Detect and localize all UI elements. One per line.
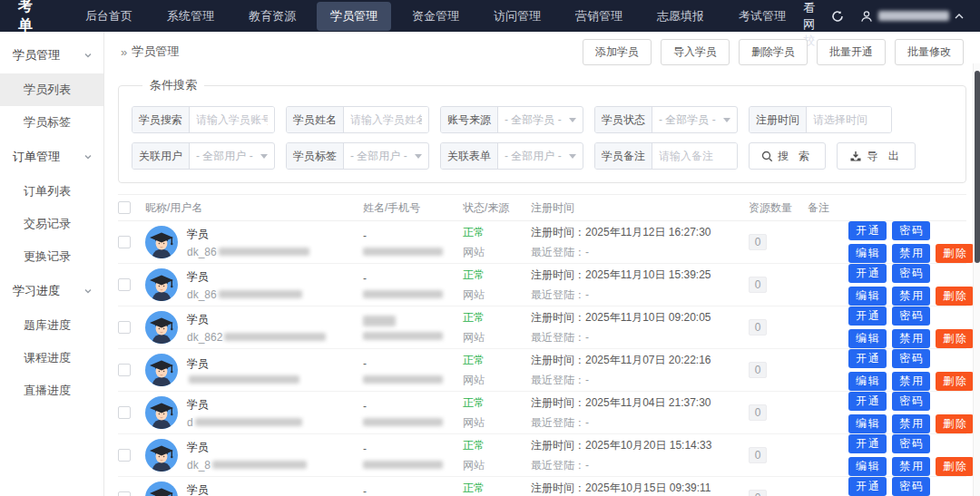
row-checkbox[interactable] — [118, 406, 131, 419]
register-time-input[interactable] — [807, 107, 891, 132]
last-login: 最近登陆：- — [531, 245, 749, 260]
row-checkbox[interactable] — [118, 364, 131, 376]
edit-button[interactable]: 编辑 — [848, 372, 887, 391]
delete-button[interactable]: 删除 — [936, 329, 974, 348]
add-student-button[interactable]: 添加学员 — [583, 39, 652, 65]
delete-button[interactable]: 删除 — [936, 244, 974, 263]
caret-down-icon — [569, 118, 576, 122]
row-checkbox[interactable] — [118, 321, 131, 334]
nav-item-access[interactable]: 访问管理 — [480, 2, 554, 31]
sidebar-item-quiz-progress[interactable]: 题库进度 — [0, 309, 103, 342]
sidebar-group-progress[interactable]: 学习进度 — [0, 273, 103, 309]
caret-down-icon — [415, 154, 422, 159]
sidebar-group-orders[interactable]: 订单管理 — [0, 139, 103, 175]
disable-button[interactable]: 禁用 — [892, 329, 930, 348]
nav-item-resources[interactable]: 教育资源 — [235, 2, 309, 31]
activate-button[interactable]: 开通 — [848, 434, 887, 453]
user-menu[interactable] — [860, 10, 964, 23]
refresh-icon[interactable] — [831, 10, 844, 23]
sidebar-item-live-progress[interactable]: 直播进度 — [0, 374, 103, 407]
sidebar-item-course-progress[interactable]: 课程进度 — [0, 342, 103, 374]
resource-count-badge: 0 — [749, 319, 767, 336]
sidebar-item-student-tags[interactable]: 学员标签 — [0, 106, 103, 139]
student-name-input[interactable] — [344, 107, 428, 132]
edit-button[interactable]: 编辑 — [848, 287, 887, 306]
row-checkbox[interactable] — [118, 491, 131, 496]
delete-students-button[interactable]: 删除学员 — [739, 39, 808, 65]
student-avatar — [145, 268, 178, 301]
activate-button[interactable]: 开通 — [848, 221, 887, 240]
related-form-select[interactable]: - 全部用户 - — [498, 143, 583, 169]
nav-item-funds[interactable]: 资金管理 — [398, 2, 473, 31]
disable-button[interactable]: 禁用 — [892, 414, 930, 433]
nav-item-application[interactable]: 志愿填报 — [643, 2, 718, 31]
vertical-scrollbar[interactable] — [973, 63, 980, 496]
sidebar-group-students[interactable]: 学员管理 — [0, 37, 103, 73]
edit-button[interactable]: 编辑 — [848, 457, 887, 476]
student-search-input[interactable] — [190, 107, 274, 132]
activate-button[interactable]: 开通 — [848, 392, 887, 411]
delete-button[interactable]: 删除 — [936, 457, 974, 476]
disable-button[interactable]: 禁用 — [892, 372, 930, 391]
import-students-button[interactable]: 导入学员 — [661, 39, 730, 65]
batch-activate-button[interactable]: 批量开通 — [817, 39, 886, 65]
password-button[interactable]: 密码 — [892, 221, 930, 240]
redacted-phone — [363, 332, 443, 340]
username-redacted — [878, 11, 949, 21]
activate-button[interactable]: 开通 — [848, 264, 887, 283]
caret-down-icon — [260, 154, 268, 159]
row-checkbox[interactable] — [118, 236, 131, 248]
sidebar: 学员管理 学员列表 学员标签 订单管理 订单列表 交易记录 更换记录 学习进度 … — [0, 32, 104, 496]
activate-button[interactable]: 开通 — [848, 477, 887, 496]
student-status-select[interactable]: - 全部学员 - — [652, 107, 737, 132]
sidebar-item-transactions[interactable]: 交易记录 — [0, 208, 103, 240]
search-panel-title: 条件搜索 — [142, 77, 204, 93]
account-source-select[interactable]: - 全部学员 - — [498, 107, 583, 132]
row-checkbox[interactable] — [118, 449, 131, 462]
resource-count-badge: 0 — [749, 234, 767, 250]
select-all-checkbox[interactable] — [118, 201, 131, 214]
export-button[interactable]: 导 出 — [837, 142, 915, 170]
delete-button[interactable]: 删除 — [936, 287, 974, 306]
password-button[interactable]: 密码 — [892, 477, 930, 496]
student-nickname: 学员 — [187, 312, 326, 327]
search-button[interactable]: 搜 索 — [749, 142, 826, 170]
password-button[interactable]: 密码 — [892, 434, 930, 453]
related-user-select[interactable]: - 全部用户 - — [190, 143, 274, 169]
breadcrumb: » 学员管理 — [121, 44, 179, 60]
edit-button[interactable]: 编辑 — [848, 414, 887, 433]
edit-button[interactable]: 编辑 — [848, 244, 887, 263]
nav-item-system[interactable]: 系统管理 — [153, 2, 228, 31]
register-time: 注册时间：2025年11月04日 21:37:30 — [531, 395, 749, 411]
student-avatar — [145, 439, 178, 472]
sidebar-item-student-list[interactable]: 学员列表 — [0, 73, 103, 106]
nav-item-exam[interactable]: 考试管理 — [725, 2, 799, 31]
password-button[interactable]: 密码 — [892, 349, 930, 368]
delete-button[interactable]: 删除 — [936, 414, 974, 433]
batch-modify-button[interactable]: 批量修改 — [895, 39, 964, 65]
delete-button[interactable]: 删除 — [936, 372, 974, 391]
password-button[interactable]: 密码 — [892, 392, 930, 411]
activate-button[interactable]: 开通 — [848, 349, 887, 368]
nav-item-home[interactable]: 后台首页 — [72, 2, 146, 31]
row-checkbox[interactable] — [118, 278, 131, 291]
student-tag-select[interactable]: - 全部用户 - — [344, 143, 428, 169]
edit-button[interactable]: 编辑 — [848, 329, 887, 348]
activate-button[interactable]: 开通 — [848, 306, 887, 326]
scrollbar-thumb[interactable] — [975, 71, 980, 263]
student-note-input[interactable] — [652, 143, 737, 169]
password-button[interactable]: 密码 — [892, 306, 930, 326]
student-name — [363, 316, 396, 326]
disable-button[interactable]: 禁用 — [892, 457, 930, 476]
disable-button[interactable]: 禁用 — [892, 287, 930, 306]
redacted-text — [224, 333, 326, 341]
redacted-phone — [363, 290, 443, 298]
nav-item-students[interactable]: 学员管理 — [317, 2, 391, 31]
nav-item-marketing[interactable]: 营销管理 — [562, 2, 636, 31]
sidebar-item-order-list[interactable]: 订单列表 — [0, 175, 103, 208]
disable-button[interactable]: 禁用 — [892, 244, 930, 263]
sidebar-item-exchange-records[interactable]: 更换记录 — [0, 240, 103, 273]
password-button[interactable]: 密码 — [892, 264, 930, 283]
last-login: 最近登陆：- — [531, 415, 749, 431]
register-time: 注册时间：2025年11月12日 16:27:30 — [531, 225, 749, 240]
